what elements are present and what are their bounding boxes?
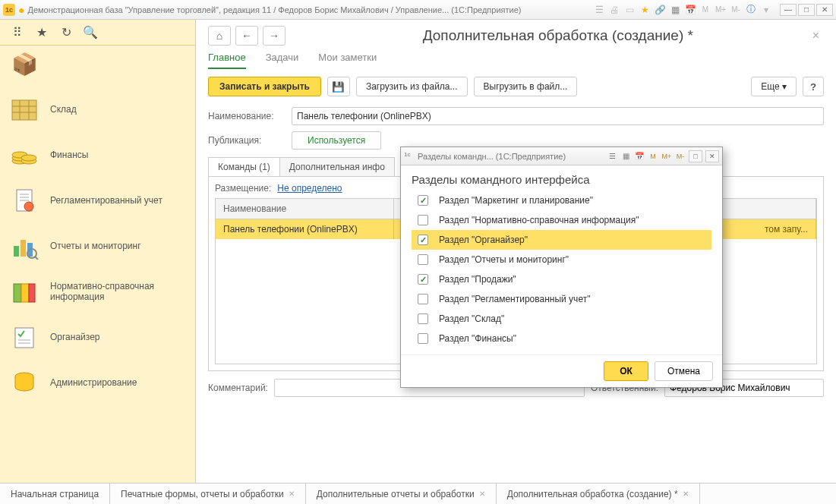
close-icon[interactable]: ✕ bbox=[479, 490, 485, 498]
document-icon bbox=[6, 185, 43, 216]
apps-icon[interactable]: ⠿ bbox=[11, 26, 24, 39]
placement-link[interactable]: Не определено bbox=[277, 183, 342, 194]
checkbox[interactable] bbox=[418, 294, 428, 304]
modal-body: ✓Раздел "Маркетинг и планирование"Раздел… bbox=[401, 191, 722, 354]
sidebar-item-finance[interactable]: Финансы bbox=[0, 132, 195, 178]
folders-icon bbox=[6, 276, 43, 307]
tb-calc-icon[interactable]: ▦ bbox=[669, 4, 681, 16]
section-row[interactable]: Раздел "Регламентированный учет" bbox=[412, 289, 711, 309]
section-row[interactable]: Раздел "Склад" bbox=[412, 309, 711, 329]
modal-maximize-button[interactable]: □ bbox=[689, 150, 702, 162]
sidebar-toolbar: ⠿ ★ ↻ 🔍 bbox=[0, 20, 195, 46]
star-icon[interactable]: ★ bbox=[35, 26, 49, 39]
save-close-button[interactable]: Записать и закрыть bbox=[208, 77, 321, 96]
section-row[interactable]: ✓Раздел "Маркетинг и планирование" bbox=[412, 191, 711, 210]
tb-mminus-icon[interactable]: M- bbox=[730, 4, 742, 16]
search-icon[interactable]: 🔍 bbox=[84, 26, 97, 39]
publication-button[interactable]: Используется bbox=[292, 131, 381, 150]
tb-star-icon[interactable]: ★ bbox=[639, 4, 651, 16]
checkbox[interactable] bbox=[418, 254, 428, 265]
btab-current[interactable]: Дополнительная обработка (создание) *✕ bbox=[497, 484, 700, 504]
section-row[interactable]: ✓Раздел "Органайзер" bbox=[412, 230, 711, 250]
tb-info-icon[interactable]: ⓘ bbox=[745, 4, 757, 16]
section-row[interactable]: Раздел "Нормативно-справочная информация… bbox=[412, 210, 711, 230]
sidebar-item-reference[interactable]: Нормативно-справочная информация bbox=[0, 269, 195, 314]
history-icon[interactable]: ↻ bbox=[59, 26, 73, 39]
section-label: Раздел "Финансы" bbox=[439, 333, 516, 344]
sidebar: ⠿ ★ ↻ 🔍 📦 Склад Финансы Регламентированн… bbox=[0, 20, 196, 483]
checklist-icon bbox=[6, 322, 43, 352]
box-icon: 📦 bbox=[6, 49, 43, 79]
sidebar-item-warehouse[interactable]: Склад bbox=[0, 87, 195, 132]
grid-col-name[interactable]: Наименование bbox=[216, 199, 394, 219]
more-button[interactable]: Еще ▾ bbox=[751, 77, 797, 96]
sidebar-item-admin[interactable]: Администрирование bbox=[0, 360, 195, 405]
m-icon[interactable]: M bbox=[648, 151, 658, 162]
coins-icon bbox=[6, 140, 43, 170]
name-label: Наименование: bbox=[208, 111, 284, 121]
cancel-button[interactable]: Отмена bbox=[655, 361, 713, 381]
tb-print-icon[interactable]: 🖨 bbox=[608, 4, 620, 16]
sidebar-item-regulated[interactable]: Регламентированный учет bbox=[0, 178, 195, 223]
sidebar-item-top[interactable]: 📦 bbox=[0, 46, 195, 87]
close-window-button[interactable]: ✕ bbox=[816, 4, 833, 16]
load-file-button[interactable]: Загрузить из файла... bbox=[356, 77, 468, 96]
minimize-button[interactable]: — bbox=[780, 4, 797, 16]
sidebar-item-organizer[interactable]: Органайзер bbox=[0, 314, 195, 360]
home-button[interactable]: ⌂ bbox=[208, 26, 231, 46]
tb-dropdown-icon[interactable]: ▾ bbox=[760, 4, 772, 16]
calendar-icon[interactable]: 📅 bbox=[634, 151, 645, 162]
close-icon[interactable]: ✕ bbox=[289, 490, 295, 498]
forward-button[interactable]: → bbox=[263, 26, 286, 46]
tab-main[interactable]: Главное bbox=[208, 52, 246, 69]
help-button[interactable]: ? bbox=[803, 77, 824, 96]
checkbox[interactable] bbox=[418, 215, 428, 225]
sidebar-item-reports[interactable]: Отчеты и мониторинг bbox=[0, 223, 195, 269]
tb-link-icon[interactable]: 🔗 bbox=[654, 4, 666, 16]
checkbox[interactable] bbox=[418, 333, 428, 344]
section-row[interactable]: Раздел "Финансы" bbox=[412, 329, 711, 348]
checkbox[interactable]: ✓ bbox=[418, 274, 428, 285]
btab-additional-reports[interactable]: Дополнительные отчеты и обработки✕ bbox=[306, 484, 497, 504]
mini-icon[interactable]: ☰ bbox=[607, 151, 617, 162]
sidebar-item-label: Финансы bbox=[50, 150, 189, 160]
close-icon[interactable]: ✕ bbox=[683, 490, 689, 498]
ok-button[interactable]: ОК bbox=[604, 361, 648, 381]
publication-label: Публикация: bbox=[208, 135, 284, 146]
section-row[interactable]: Раздел "Отчеты и мониторинг" bbox=[412, 250, 711, 269]
app-logo-icon: 1c bbox=[3, 4, 15, 16]
svg-rect-21 bbox=[21, 284, 29, 302]
mminus-icon[interactable]: M- bbox=[675, 151, 686, 162]
grid-cell-name: Панель телефонии (OnlinePBX) bbox=[216, 219, 394, 239]
tb-mplus-icon[interactable]: M+ bbox=[715, 4, 727, 16]
back-button[interactable]: ← bbox=[235, 26, 258, 46]
btab-start[interactable]: Начальная страница bbox=[0, 484, 110, 504]
modal-heading: Разделы командного интерфейса bbox=[401, 165, 722, 191]
calc-icon[interactable]: ▦ bbox=[620, 151, 631, 162]
save-button[interactable]: 💾 bbox=[327, 77, 350, 96]
favorite-icon[interactable]: ● bbox=[18, 4, 24, 16]
tb-doc-icon[interactable]: ▭ bbox=[623, 4, 636, 16]
btab-print-forms[interactable]: Печатные формы, отчеты и обработки✕ bbox=[110, 484, 306, 504]
tab-notes[interactable]: Мои заметки bbox=[318, 52, 377, 69]
section-row[interactable]: ✓Раздел "Продажи" bbox=[412, 269, 711, 289]
export-file-button[interactable]: Выгрузить в файл... bbox=[474, 77, 578, 96]
maximize-button[interactable]: □ bbox=[798, 4, 815, 16]
svg-rect-16 bbox=[21, 240, 26, 257]
mplus-icon[interactable]: M+ bbox=[661, 151, 672, 162]
section-label: Раздел "Продажи" bbox=[439, 274, 516, 285]
tb-icon-1[interactable]: ☰ bbox=[593, 4, 605, 16]
tb-m-icon[interactable]: M bbox=[699, 4, 711, 16]
tab-tasks[interactable]: Задачи bbox=[266, 52, 299, 69]
checkbox[interactable]: ✓ bbox=[418, 235, 428, 245]
checkbox[interactable] bbox=[418, 313, 428, 324]
svg-rect-23 bbox=[15, 328, 33, 348]
subtab-additional[interactable]: Дополнительная инфо bbox=[279, 157, 395, 176]
checkbox[interactable]: ✓ bbox=[418, 195, 428, 206]
close-page-button[interactable]: × bbox=[808, 29, 824, 43]
modal-close-button[interactable]: ✕ bbox=[705, 150, 719, 162]
subtab-commands[interactable]: Команды (1) bbox=[208, 157, 280, 176]
name-input[interactable] bbox=[292, 107, 824, 125]
page-tabs: Главное Задачи Мои заметки bbox=[196, 46, 836, 69]
tb-calendar-icon[interactable]: 📅 bbox=[684, 4, 696, 16]
